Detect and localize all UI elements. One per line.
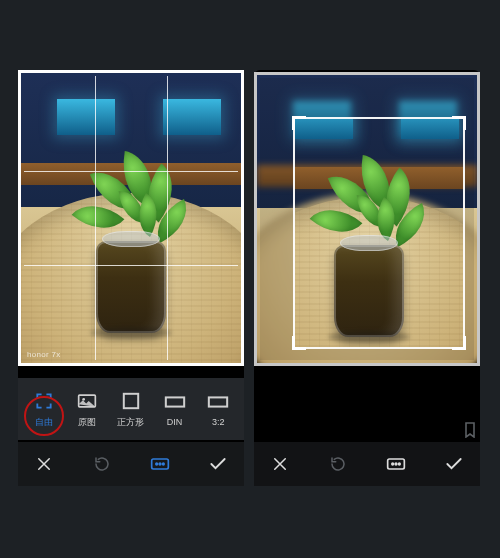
bottom-action-bar-left [18, 442, 244, 486]
aspect-ratio-toolbar: 自由 原图 [18, 378, 244, 440]
ratio-option-din[interactable]: DIN [153, 391, 197, 427]
confirm-button[interactable] [438, 448, 470, 480]
crop-handle-bl[interactable] [292, 336, 306, 350]
svg-rect-2 [124, 393, 138, 407]
crop-handle-tl[interactable] [292, 116, 306, 130]
app-stage: honor 7x 自由 [0, 0, 500, 558]
free-crop-icon [33, 390, 55, 412]
image-icon [76, 390, 98, 412]
bookmark-icon[interactable] [464, 422, 476, 438]
crop-handle-tr[interactable] [452, 116, 466, 130]
photo-preview-left[interactable]: honor 7x [18, 70, 244, 366]
square-icon [120, 390, 142, 412]
ratio-label: 原图 [78, 416, 96, 429]
svg-point-6 [156, 463, 158, 465]
svg-point-8 [163, 463, 165, 465]
ratio-label: 3:2 [212, 417, 225, 427]
svg-rect-3 [165, 397, 183, 406]
ratio-label: 自由 [35, 416, 53, 429]
right-editor-panel: honor 7x [254, 70, 480, 486]
crop-selection-box[interactable]: honor 7x [293, 117, 465, 349]
svg-point-7 [159, 463, 161, 465]
aspect-tool-button[interactable] [144, 448, 176, 480]
ratio-option-square[interactable]: 正方形 [109, 390, 153, 429]
cancel-button[interactable] [28, 448, 60, 480]
svg-point-10 [392, 463, 394, 465]
left-editor-panel: honor 7x 自由 [18, 70, 244, 486]
bg-screen [57, 99, 115, 135]
photo-preview-right[interactable]: honor 7x [254, 72, 480, 366]
ratio-option-original[interactable]: 原图 [66, 390, 110, 429]
svg-point-12 [399, 463, 401, 465]
rotate-button[interactable] [86, 448, 118, 480]
ratio-label: DIN [167, 417, 183, 427]
watermark-text: honor 7x [27, 350, 61, 359]
din-rect-icon [164, 391, 186, 413]
svg-point-1 [83, 398, 86, 401]
bg-plant [83, 241, 179, 333]
ratio-option-free[interactable]: 自由 [22, 390, 66, 429]
cancel-button[interactable] [264, 448, 296, 480]
rotate-button[interactable] [322, 448, 354, 480]
ratio-option-3-2[interactable]: 3:2 [196, 391, 240, 427]
confirm-button[interactable] [202, 448, 234, 480]
bottom-action-bar-right [254, 442, 480, 486]
ratio-label: 正方形 [117, 416, 144, 429]
rect-3-2-icon [207, 391, 229, 413]
aspect-tool-button[interactable] [380, 448, 412, 480]
crop-handle-br[interactable] [452, 336, 466, 350]
svg-rect-4 [209, 397, 227, 406]
svg-point-11 [395, 463, 397, 465]
bg-screen [163, 99, 221, 135]
panels-row: honor 7x 自由 [0, 70, 500, 486]
